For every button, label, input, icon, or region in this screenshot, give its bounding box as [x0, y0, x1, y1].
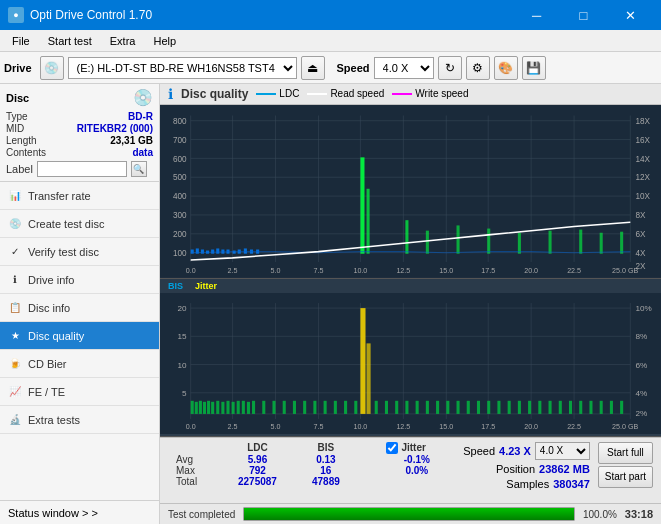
- legend-ldc: LDC: [256, 88, 299, 99]
- svg-text:22.5: 22.5: [567, 423, 581, 431]
- max-label: Max: [168, 465, 219, 476]
- color-button[interactable]: 🎨: [494, 56, 518, 80]
- eject-button[interactable]: ⏏: [301, 56, 325, 80]
- legend-write-speed: Write speed: [392, 88, 468, 99]
- bottom-chart-svg: 20 15 10 5 10% 8% 6% 4% 2% 0.0 2.5 5.0 7…: [160, 293, 661, 434]
- nav-drive-info[interactable]: ℹ Drive info: [0, 266, 159, 294]
- nav-disc-quality-label: Disc quality: [28, 330, 84, 342]
- disc-mid-label: MID: [6, 123, 24, 134]
- drive-select[interactable]: (E:) HL-DT-ST BD-RE WH16NS58 TST4: [68, 57, 297, 79]
- position-value: 23862 MB: [539, 463, 590, 475]
- nav-fe-te[interactable]: 📈 FE / TE: [0, 378, 159, 406]
- nav-transfer-rate[interactable]: 📊 Transfer rate: [0, 182, 159, 210]
- svg-rect-109: [191, 400, 194, 413]
- nav-disc-info[interactable]: 📋 Disc info: [0, 294, 159, 322]
- progress-bar-container: [243, 507, 575, 521]
- bottom-chart-area: BIS Jitter: [160, 279, 661, 437]
- main-layout: Disc 💿 Type BD-R MID RITEKBR2 (000) Leng…: [0, 84, 661, 524]
- settings-button[interactable]: ⚙: [466, 56, 490, 80]
- svg-rect-131: [344, 400, 347, 413]
- svg-rect-132: [354, 400, 357, 413]
- svg-rect-63: [405, 220, 408, 254]
- nav-cd-bier[interactable]: 🍺 CD Bier: [0, 350, 159, 378]
- svg-text:20: 20: [177, 304, 187, 313]
- svg-text:10%: 10%: [635, 304, 651, 313]
- svg-text:10.0: 10.0: [353, 423, 367, 431]
- title-bar: ● Opti Drive Control 1.70 ─ □ ✕: [0, 0, 661, 30]
- title-bar-left: ● Opti Drive Control 1.70: [8, 7, 152, 23]
- nav-disc-quality[interactable]: ★ Disc quality: [0, 322, 159, 350]
- svg-rect-70: [600, 233, 603, 254]
- disc-contents-row: Contents data: [6, 147, 153, 158]
- svg-rect-118: [232, 401, 235, 413]
- content-area: ℹ Disc quality LDC Read speed Write spee…: [160, 84, 661, 524]
- bis-legend-label: BIS: [168, 281, 183, 291]
- disc-type-value: BD-R: [128, 111, 153, 122]
- status-text: Test completed: [168, 509, 235, 520]
- avg-label: Avg: [168, 454, 219, 465]
- status-window-button[interactable]: Status window > >: [0, 500, 159, 524]
- top-chart-svg: 800 700 600 500 400 300 200 100 18X 16X …: [160, 105, 661, 278]
- time-display: 33:18: [625, 508, 653, 520]
- disc-label-row: Label 🔍: [6, 161, 153, 177]
- max-ldc: 792: [219, 465, 295, 476]
- save-button[interactable]: 💾: [522, 56, 546, 80]
- svg-rect-157: [600, 400, 603, 413]
- maximize-button[interactable]: □: [561, 0, 606, 30]
- svg-text:400: 400: [173, 192, 187, 201]
- menu-file[interactable]: File: [4, 33, 38, 49]
- drive-info-icon: ℹ: [8, 273, 22, 287]
- disc-info-icon: 📋: [8, 301, 22, 315]
- svg-text:0.0: 0.0: [186, 265, 196, 274]
- svg-text:12.5: 12.5: [396, 423, 410, 431]
- svg-text:600: 600: [173, 154, 187, 163]
- disc-label-label: Label: [6, 163, 33, 175]
- svg-text:2%: 2%: [635, 409, 647, 418]
- menu-help[interactable]: Help: [145, 33, 184, 49]
- label-search-button[interactable]: 🔍: [131, 161, 147, 177]
- toolbar: Drive 💿 (E:) HL-DT-ST BD-RE WH16NS58 TST…: [0, 52, 661, 84]
- menu-bar: File Start test Extra Help: [0, 30, 661, 52]
- menu-start-test[interactable]: Start test: [40, 33, 100, 49]
- drive-icon-btn[interactable]: 💿: [40, 56, 64, 80]
- svg-text:2.5: 2.5: [228, 265, 238, 274]
- svg-rect-124: [272, 400, 275, 413]
- disc-label-input[interactable]: [37, 161, 127, 177]
- svg-text:300: 300: [173, 211, 187, 220]
- disc-title: Disc: [6, 92, 29, 104]
- jitter-checkbox[interactable]: [386, 442, 398, 454]
- minimize-button[interactable]: ─: [514, 0, 559, 30]
- disc-panel: Disc 💿 Type BD-R MID RITEKBR2 (000) Leng…: [0, 84, 159, 182]
- svg-rect-62: [367, 189, 370, 254]
- svg-rect-153: [559, 400, 562, 413]
- nav-create-test-disc[interactable]: 💿 Create test disc: [0, 210, 159, 238]
- menu-extra[interactable]: Extra: [102, 33, 144, 49]
- svg-rect-130: [334, 400, 337, 413]
- svg-rect-142: [446, 400, 449, 413]
- disc-type-row: Type BD-R: [6, 111, 153, 122]
- nav-verify-test-disc[interactable]: ✓ Verify test disc: [0, 238, 159, 266]
- charts-container: 800 700 600 500 400 300 200 100 18X 16X …: [160, 105, 661, 437]
- speed-select[interactable]: 4.0 X 8.0 X: [374, 57, 434, 79]
- speed-stat-select[interactable]: 4.0 X: [535, 442, 590, 460]
- bis-header: BIS: [296, 442, 357, 454]
- stats-right-panel: Speed 4.23 X 4.0 X Position 23862 MB Sam…: [463, 442, 590, 490]
- refresh-button[interactable]: ↻: [438, 56, 462, 80]
- disc-contents-label: Contents: [6, 147, 46, 158]
- start-full-button[interactable]: Start full: [598, 442, 653, 464]
- close-button[interactable]: ✕: [608, 0, 653, 30]
- svg-text:15: 15: [177, 332, 187, 341]
- svg-text:200: 200: [173, 230, 187, 239]
- avg-row: Avg 5.96 0.13 -0.1%: [168, 454, 455, 465]
- sidebar: Disc 💿 Type BD-R MID RITEKBR2 (000) Leng…: [0, 84, 160, 524]
- jitter-header: Jitter: [401, 442, 425, 453]
- disc-contents-value: data: [132, 147, 153, 158]
- start-part-button[interactable]: Start part: [598, 466, 653, 488]
- svg-text:800: 800: [173, 117, 187, 126]
- disc-mid-row: MID RITEKBR2 (000): [6, 123, 153, 134]
- svg-rect-137: [395, 400, 398, 413]
- nav-extra-tests[interactable]: 🔬 Extra tests: [0, 406, 159, 434]
- legend-ldc-label: LDC: [279, 88, 299, 99]
- jitter-legend-label: Jitter: [195, 281, 217, 291]
- svg-text:7.5: 7.5: [314, 265, 324, 274]
